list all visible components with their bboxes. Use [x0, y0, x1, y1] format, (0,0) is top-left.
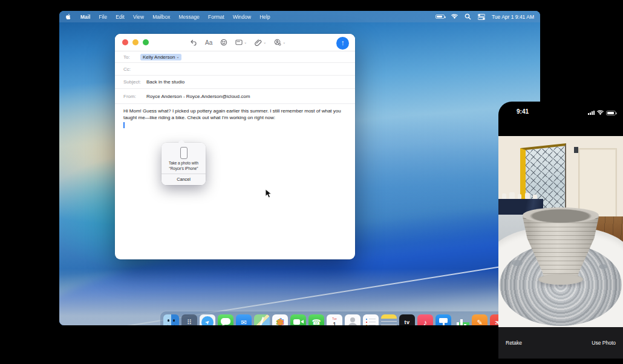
dock-icon-keynote[interactable] [435, 314, 451, 325]
dock-icon-tv[interactable]: tv [399, 314, 415, 325]
undo-button[interactable] [190, 39, 197, 46]
minimize-window-button[interactable] [132, 39, 139, 45]
subject-field[interactable]: Subject: Back in the studio [115, 76, 355, 89]
dock-icon-maps[interactable] [254, 314, 270, 325]
photo-bowl-rim [523, 207, 599, 223]
menu-item-window[interactable]: Window [233, 14, 251, 20]
photo-bowl-foot [538, 274, 583, 285]
send-button[interactable]: ↑ [336, 37, 349, 50]
use-photo-button[interactable]: Use Photo [592, 340, 616, 346]
apple-menu-icon[interactable] [65, 13, 72, 20]
cc-field[interactable]: Cc: [115, 63, 355, 76]
iphone-wifi-icon [597, 110, 604, 115]
menu-item-format[interactable]: Format [208, 14, 224, 20]
text-caret [123, 122, 125, 128]
from-label: From: [123, 94, 140, 99]
menu-bar-status: Tue Apr 1 9:41 AM [435, 13, 534, 20]
dock-icon-messages[interactable] [218, 314, 233, 325]
wifi-icon[interactable] [451, 14, 458, 19]
zoom-window-button[interactable] [143, 39, 149, 45]
take-photo-popover: Take a photo with “Royce’s iPhone” Cance… [161, 143, 206, 185]
iphone-clock: 9:41 [517, 108, 529, 115]
dock-icon-pages[interactable]: ✎ [472, 314, 488, 325]
menu-bar-clock[interactable]: Tue Apr 1 9:41 AM [492, 14, 534, 20]
subject-label: Subject: [123, 79, 140, 85]
iphone-status-icons [588, 110, 616, 115]
menu-item-edit[interactable]: Edit [116, 14, 125, 20]
menu-item-mailbox[interactable]: Mailbox [152, 14, 170, 20]
window-controls [122, 39, 149, 45]
dock-icon-music[interactable]: ♪ [417, 314, 433, 325]
mouse-cursor [265, 189, 272, 199]
dock-icon-numbers[interactable] [454, 314, 469, 325]
popover-text: Take a photo with “Royce’s iPhone” [161, 161, 206, 171]
format-text-button[interactable]: Aa [205, 39, 212, 46]
mail-compose-window: Aa ⌄ ⌄ ⌄ ↑ To: [115, 34, 355, 259]
from-field[interactable]: From: Royce Anderson - Royce.Anderson@ic… [115, 89, 355, 104]
dock-icon-reminders[interactable] [363, 314, 379, 325]
dock-icon-mail[interactable]: ✉ [236, 314, 252, 325]
subject-value: Back in the studio [146, 79, 184, 85]
iphone-continuity-camera: 9:41 Retake Use Ph [498, 102, 623, 362]
dock-icon-notes[interactable] [381, 314, 397, 325]
control-center-icon[interactable] [478, 14, 485, 20]
from-value: Royce Anderson - Royce.Anderson@icloud.c… [146, 94, 250, 99]
iphone-status-bar: 9:41 [498, 102, 623, 136]
camera-action-bar: Retake Use Photo [498, 327, 623, 359]
message-body[interactable]: Hi Mom! Guess what? I picked up pottery … [115, 104, 355, 121]
photo-clay-splatter [599, 264, 607, 269]
dock-icon-phone[interactable]: ☎ [308, 314, 324, 325]
menu-bar: MailFileEditViewMailboxMessageFormatWind… [59, 11, 540, 22]
close-window-button[interactable] [122, 39, 128, 45]
recipient-token[interactable]: Kelly Anderson⌄ [140, 54, 181, 60]
dock-icon-launchpad[interactable]: ⠿ [181, 314, 197, 325]
photo-small-ceramics [500, 192, 542, 199]
cc-label: Cc: [123, 67, 134, 72]
compose-toolbar: Aa ⌄ ⌄ ⌄ ↑ [115, 34, 355, 51]
menu-item-mail[interactable]: Mail [80, 14, 91, 20]
dock-icon-facetime[interactable] [290, 314, 306, 325]
attach-file-button[interactable]: ⌄ [255, 39, 266, 46]
retake-button[interactable]: Retake [506, 340, 522, 346]
iphone-outline-icon [180, 147, 188, 159]
spotlight-search-icon[interactable] [465, 13, 471, 20]
header-fields-button[interactable]: ⌄ [235, 39, 247, 46]
to-field[interactable]: To: Kelly Anderson⌄ [115, 51, 355, 63]
compose-toolbar-icons: Aa ⌄ ⌄ ⌄ [190, 39, 285, 46]
insert-photo-button[interactable]: ⌄ [274, 39, 285, 46]
screenshot-stage: MailFileEditViewMailboxMessageFormatWind… [0, 0, 623, 364]
menu-item-view[interactable]: View [133, 14, 144, 20]
dock-icon-contacts[interactable] [345, 314, 360, 325]
cancel-button[interactable]: Cancel [161, 174, 206, 182]
dock-icon-finder[interactable] [163, 314, 179, 325]
dock-icon-calendar[interactable]: Tue1 [327, 314, 342, 325]
recipient-chevron-icon[interactable]: ⌄ [176, 55, 179, 59]
camera-preview-photo [498, 136, 623, 327]
to-label: To: [123, 54, 134, 60]
menu-items: MailFileEditViewMailboxMessageFormatWind… [80, 14, 270, 20]
dock: ⠿➤✉✽☎Tue1tv♪✎✈A⚙↓ [160, 311, 540, 325]
photo-clay-splatter [512, 260, 523, 266]
iphone-battery-icon [606, 111, 616, 115]
menu-bar-left: MailFileEditViewMailboxMessageFormatWind… [65, 13, 270, 20]
menu-item-message[interactable]: Message [178, 14, 200, 20]
dock-icon-safari[interactable]: ➤ [200, 314, 215, 325]
menu-item-file[interactable]: File [99, 14, 108, 20]
dock-icon-photos[interactable]: ✽ [272, 314, 288, 325]
emoji-button[interactable] [220, 39, 227, 46]
battery-icon[interactable] [435, 15, 445, 19]
menu-item-help[interactable]: Help [259, 14, 270, 20]
cellular-signal-icon [588, 111, 595, 115]
